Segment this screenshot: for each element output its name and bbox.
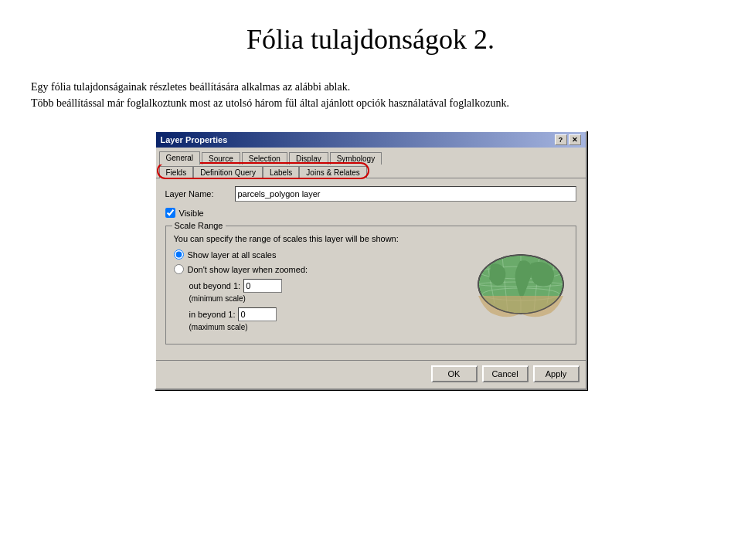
dialog-title: Layer Properties (161, 135, 228, 144)
tab-symbology[interactable]: Symbology (330, 152, 382, 165)
globe-icon (475, 249, 566, 327)
visible-row: Visible (165, 208, 576, 218)
help-button[interactable]: ? (555, 134, 567, 145)
scale-description: You can specify the range of scales this… (174, 234, 568, 243)
out-beyond-input[interactable] (243, 279, 282, 293)
in-beyond-input[interactable] (238, 307, 277, 321)
show-all-scales-label: Show layer at all scales (188, 250, 277, 260)
tabs-row: General Source Selection Display Symbolo… (159, 151, 583, 178)
layer-name-row: Layer Name: (165, 186, 576, 202)
layer-name-label: Layer Name: (165, 189, 235, 199)
dont-show-row: Don't show layer when zoomed: (174, 264, 467, 274)
scale-content: Show layer at all scales Don't show laye… (174, 249, 568, 336)
tab-general[interactable]: General (159, 151, 201, 165)
out-beyond-label: out beyond 1: (189, 281, 241, 290)
in-beyond-row: in beyond 1: (189, 307, 467, 321)
scale-options: Show layer at all scales Don't show laye… (174, 249, 467, 336)
apply-button[interactable]: Apply (533, 365, 580, 382)
globe-area (475, 249, 568, 336)
show-all-scales-row: Show layer at all scales (174, 249, 467, 260)
scale-range-title: Scale Range (172, 221, 226, 230)
visible-label: Visible (179, 209, 204, 218)
dont-show-label: Don't show layer when zoomed: (188, 265, 308, 274)
scale-range-group: Scale Range You can specify the range of… (165, 226, 576, 344)
tab-source[interactable]: Source (202, 152, 240, 165)
layer-properties-dialog: Layer Properties ? ✕ General Source Sele… (155, 131, 587, 390)
tab-fields[interactable]: Fields (159, 166, 194, 178)
intro-paragraph: Egy fólia tulajdonságainak részletes beá… (31, 79, 710, 111)
in-beyond-label: in beyond 1: (189, 310, 236, 319)
max-scale-label: (maximum scale) (189, 323, 467, 331)
tab-labels[interactable]: Labels (263, 166, 299, 178)
tab-display[interactable]: Display (289, 152, 328, 165)
dialog-overlay: Layer Properties ? ✕ General Source Sele… (31, 131, 710, 390)
show-all-scales-radio[interactable] (174, 249, 184, 260)
titlebar-buttons: ? ✕ (555, 134, 581, 145)
ok-button[interactable]: OK (431, 365, 478, 382)
cancel-button[interactable]: Cancel (482, 365, 529, 382)
page-title: Fólia tulajdonságok 2. (31, 23, 710, 56)
layer-name-input[interactable] (235, 186, 576, 202)
dialog-content: Layer Name: Visible Scale Range You can … (156, 178, 586, 360)
visible-checkbox[interactable] (165, 208, 175, 218)
out-beyond-row: out beyond 1: (189, 279, 467, 293)
tabs-area: General Source Selection Display Symbolo… (156, 148, 586, 178)
min-scale-label: (minimum scale) (189, 294, 467, 303)
tab-joins-relates[interactable]: Joins & Relates (299, 166, 366, 178)
dialog-titlebar: Layer Properties ? ✕ (156, 132, 586, 148)
dialog-footer: OK Cancel Apply (156, 360, 586, 389)
tab-selection[interactable]: Selection (242, 152, 287, 165)
dont-show-radio[interactable] (174, 264, 184, 274)
close-button[interactable]: ✕ (569, 134, 581, 145)
tab-definition-query[interactable]: Definition Query (193, 166, 263, 178)
